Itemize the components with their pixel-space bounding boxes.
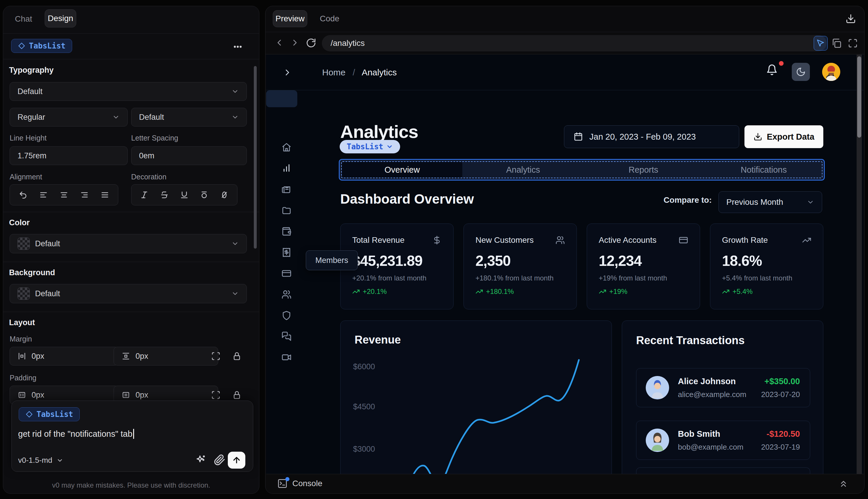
reset-align-icon[interactable] bbox=[19, 191, 27, 199]
font-weight-select[interactable]: Regular bbox=[10, 108, 128, 126]
trending-up-icon bbox=[352, 288, 360, 295]
diamond-icon bbox=[18, 42, 25, 50]
typography-section-title: Typography bbox=[9, 66, 54, 75]
avatar bbox=[646, 429, 669, 452]
device-preview-icon[interactable] bbox=[831, 38, 841, 48]
font-family-select[interactable]: Default bbox=[10, 82, 247, 101]
selected-component-chip[interactable]: TabsList bbox=[11, 39, 72, 53]
inspect-mode-button[interactable] bbox=[814, 36, 828, 50]
letter-spacing-label: Letter Spacing bbox=[131, 134, 178, 142]
overline-icon[interactable] bbox=[200, 191, 209, 199]
fullscreen-icon[interactable] bbox=[848, 38, 858, 48]
forward-icon[interactable] bbox=[290, 38, 300, 48]
messages-icon[interactable] bbox=[282, 331, 292, 341]
home-icon[interactable] bbox=[282, 142, 292, 152]
padding-x-value: 0px bbox=[32, 391, 45, 400]
send-button[interactable] bbox=[228, 452, 245, 468]
refresh-icon[interactable] bbox=[306, 38, 316, 48]
transaction-row[interactable]: Alice Johnson alice@example.com +$350.00… bbox=[636, 368, 810, 407]
users-icon[interactable] bbox=[282, 290, 292, 300]
tab-preview[interactable]: Preview bbox=[273, 10, 307, 27]
tab-chat[interactable]: Chat bbox=[15, 14, 32, 24]
download-icon[interactable] bbox=[845, 13, 856, 24]
console-bar[interactable]: Console bbox=[266, 474, 864, 494]
tab-overview[interactable]: Overview bbox=[342, 162, 462, 178]
cursor-icon bbox=[816, 39, 825, 48]
margin-vertical-icon bbox=[122, 352, 130, 361]
model-select[interactable]: v0-1.5-md bbox=[18, 456, 63, 465]
stat-value: 18.6% bbox=[722, 253, 811, 269]
receipt-icon[interactable] bbox=[282, 247, 292, 257]
video-icon[interactable] bbox=[282, 352, 292, 362]
tab-code[interactable]: Code bbox=[320, 14, 339, 23]
chevron-down-icon bbox=[807, 198, 814, 206]
url-input[interactable]: /analytics bbox=[322, 35, 827, 51]
breadcrumb-current[interactable]: Analytics bbox=[362, 68, 397, 77]
attach-file-icon[interactable] bbox=[214, 454, 225, 466]
calendar-icon bbox=[574, 132, 583, 142]
no-decoration-icon[interactable] bbox=[220, 191, 229, 199]
align-left-icon[interactable] bbox=[39, 191, 48, 199]
letter-spacing-input[interactable]: 0em bbox=[131, 146, 247, 165]
preview-scrollbar[interactable] bbox=[857, 54, 862, 474]
compare-value: Previous Month bbox=[726, 197, 783, 207]
export-data-button[interactable]: Export Data bbox=[744, 125, 823, 148]
chevron-down-icon bbox=[231, 88, 239, 95]
revenue-chart-card: Revenue $6000 $4500 $3000 bbox=[340, 320, 612, 474]
margin-y-input[interactable]: 0px bbox=[114, 347, 218, 365]
margin-lock-icon[interactable] bbox=[232, 352, 241, 361]
tab-notifications[interactable]: Notifications bbox=[704, 165, 824, 175]
background-select[interactable]: Default bbox=[10, 284, 247, 303]
prompt-input[interactable]: get rid of the "notifications" tab bbox=[18, 429, 134, 439]
chevron-down-icon bbox=[112, 113, 120, 121]
tab-reports[interactable]: Reports bbox=[583, 165, 704, 175]
italic-icon[interactable] bbox=[140, 191, 149, 199]
sidebar-item-analytics-active[interactable] bbox=[266, 90, 297, 107]
theme-toggle-button[interactable] bbox=[792, 63, 810, 81]
chevrons-up-icon[interactable] bbox=[839, 479, 848, 489]
align-justify-icon[interactable] bbox=[100, 191, 109, 199]
underline-icon[interactable] bbox=[180, 191, 189, 199]
design-panel-scrollbar[interactable] bbox=[254, 66, 257, 248]
tab-design[interactable]: Design bbox=[45, 9, 76, 27]
layout-section-title: Layout bbox=[9, 318, 35, 327]
align-center-icon[interactable] bbox=[60, 191, 69, 199]
more-menu-icon[interactable] bbox=[233, 42, 243, 52]
compare-select[interactable]: Previous Month bbox=[718, 191, 822, 213]
trending-up-icon bbox=[802, 235, 811, 245]
margin-expand-icon[interactable] bbox=[211, 352, 221, 361]
back-icon[interactable] bbox=[274, 38, 284, 48]
sidebar-toggle-icon[interactable] bbox=[282, 68, 292, 77]
font-size-value: Default bbox=[139, 113, 164, 122]
component-badge[interactable]: TabsList bbox=[340, 140, 400, 154]
scrollbar-thumb[interactable] bbox=[857, 57, 861, 138]
font-size-select[interactable]: Default bbox=[131, 108, 247, 126]
margin-x-input[interactable]: 0px bbox=[10, 347, 118, 365]
stat-value: 2,350 bbox=[475, 253, 565, 269]
margin-label: Margin bbox=[10, 335, 32, 343]
wallet-icon[interactable] bbox=[282, 227, 292, 236]
shield-icon[interactable] bbox=[282, 311, 292, 320]
prompt-context-chip[interactable]: TabsList bbox=[19, 407, 80, 421]
color-select[interactable]: Default bbox=[10, 234, 247, 253]
date-range-button[interactable]: Jan 20, 2023 - Feb 09, 2023 bbox=[564, 125, 739, 148]
tab-analytics[interactable]: Analytics bbox=[463, 165, 583, 175]
line-height-input[interactable]: 1.75rem bbox=[10, 146, 128, 165]
stat-trend: +20.1% bbox=[363, 288, 387, 296]
notifications-bell-icon[interactable] bbox=[766, 64, 778, 76]
transaction-name: Bob Smith bbox=[678, 429, 720, 439]
strikethrough-icon[interactable] bbox=[160, 191, 169, 199]
breadcrumb-home[interactable]: Home bbox=[322, 68, 346, 77]
user-avatar[interactable] bbox=[822, 63, 840, 81]
newspaper-icon[interactable] bbox=[282, 184, 292, 194]
enhance-prompt-icon[interactable] bbox=[195, 454, 207, 466]
decoration-toolbar bbox=[131, 184, 237, 205]
folder-icon[interactable] bbox=[282, 205, 292, 215]
chevron-down-icon bbox=[386, 143, 393, 150]
transaction-row[interactable]: Bob Smith bob@example.com -$120.50 2023-… bbox=[636, 421, 810, 460]
notification-dot bbox=[779, 61, 784, 66]
padding-expand-icon[interactable] bbox=[211, 390, 221, 400]
padding-lock-icon[interactable] bbox=[232, 390, 241, 400]
credit-card-icon[interactable] bbox=[282, 268, 292, 278]
align-right-icon[interactable] bbox=[80, 191, 89, 199]
